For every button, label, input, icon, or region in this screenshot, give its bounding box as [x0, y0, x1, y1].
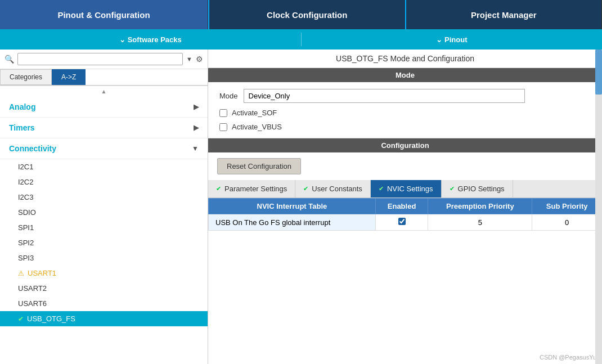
sub-navigation: ⌄ Software Packs ⌄ Pinout	[0, 29, 602, 50]
content-title: USB_OTG_FS Mode and Configuration	[336, 54, 474, 63]
tab-check-icon-1: ✔	[216, 185, 221, 192]
nvic-col-enabled: Enabled	[375, 199, 428, 214]
tab-user-constants[interactable]: ✔ User Constants	[295, 180, 371, 197]
sidebar-item-usart6[interactable]: USART6	[0, 296, 208, 311]
sidebar-search-bar: 🔍 ▼ ⚙	[0, 50, 208, 69]
nvic-col-preemption: Preemption Priority	[428, 199, 532, 214]
tab-check-icon-2: ✔	[303, 185, 308, 192]
chevron-down-icon-2: ⌄	[436, 35, 442, 44]
nav-project-manager[interactable]: Project Manager	[406, 0, 603, 29]
mode-select[interactable]: Device_Only Host_Only OTG	[244, 89, 525, 103]
top-navigation: Pinout & Configuration Clock Configurati…	[0, 0, 602, 29]
sidebar-tab-bar: Categories A->Z	[0, 69, 208, 86]
nvic-enabled-cell[interactable]	[375, 214, 428, 231]
config-section-header: Configuration	[208, 138, 602, 152]
sidebar-item-timers[interactable]: Timers ▶	[0, 118, 208, 138]
activate-vbus-row: Activate_VBUS	[219, 123, 591, 131]
mode-section: Mode Device_Only Host_Only OTG Activate_…	[208, 82, 602, 138]
connectivity-items: I2C1 I2C2 I2C3 SDIO SPI1 SPI2 SP	[0, 159, 208, 326]
tab-check-icon-4: ✔	[450, 185, 455, 192]
sidebar-item-spi2[interactable]: SPI2	[0, 235, 208, 250]
activate-vbus-checkbox[interactable]	[219, 123, 227, 131]
right-scrollbar[interactable]	[595, 50, 602, 364]
sidebar-item-spi3[interactable]: SPI3	[0, 250, 208, 266]
search-input[interactable]	[17, 53, 183, 65]
sidebar-item-connectivity[interactable]: Connectivity ▼	[0, 138, 208, 159]
sidebar-item-i2c3[interactable]: I2C3	[0, 190, 208, 205]
search-dropdown-arrow[interactable]: ▼	[186, 56, 192, 62]
sidebar-item-spi1[interactable]: SPI1	[0, 220, 208, 235]
watermark: CSDN @PegasusYu	[540, 354, 596, 361]
tab-a-to-z[interactable]: A->Z	[52, 69, 86, 85]
table-row: USB On The Go FS global interrupt 5 0	[209, 214, 602, 231]
tab-parameter-settings[interactable]: ✔ Parameter Settings	[208, 180, 295, 197]
sidebar-item-analog[interactable]: Analog ▶	[0, 97, 208, 118]
activate-sof-row: Activate_SOF	[219, 109, 591, 117]
check-icon: ✔	[18, 315, 24, 323]
nvic-col-name: NVIC Interrupt Table	[209, 199, 376, 214]
tab-gpio-settings[interactable]: ✔ GPIO Settings	[442, 180, 513, 197]
pinout-label: Pinout	[444, 35, 467, 44]
warning-icon: ⚠	[18, 269, 24, 277]
content-header: USB_OTG_FS Mode and Configuration	[208, 50, 602, 68]
main-content: USB_OTG_FS Mode and Configuration Mode M…	[208, 50, 602, 364]
nvic-preemption-cell: 5	[428, 214, 532, 231]
config-tab-bar: ✔ Parameter Settings ✔ User Constants ✔ …	[208, 180, 602, 198]
scrollbar-thumb[interactable]	[595, 50, 602, 95]
nvic-table: NVIC Interrupt Table Enabled Preemption …	[208, 198, 602, 231]
nvic-subpriority-cell: 0	[532, 214, 602, 231]
software-packs-nav[interactable]: ⌄ Software Packs	[0, 35, 301, 44]
chevron-down-icon-3: ▼	[192, 145, 199, 152]
sidebar-content: ▲ Analog ▶ Timers ▶ Connectivity ▼ I2C1	[0, 86, 208, 364]
tab-categories[interactable]: Categories	[0, 69, 52, 85]
pinout-nav[interactable]: ⌄ Pinout	[302, 35, 603, 44]
chevron-down-icon: ⌄	[119, 35, 125, 44]
mode-section-header: Mode	[208, 68, 602, 82]
tab-check-icon-3: ✔	[379, 185, 384, 192]
nav-pinout-config-label: Pinout & Configuration	[57, 10, 150, 20]
activate-vbus-label: Activate_VBUS	[232, 123, 282, 131]
activate-sof-checkbox[interactable]	[219, 109, 227, 117]
main-layout: 🔍 ▼ ⚙ Categories A->Z ▲ Analog ▶	[0, 50, 602, 364]
nav-clock-config[interactable]: Clock Configuration	[208, 0, 406, 29]
nav-project-manager-label: Project Manager	[471, 10, 537, 20]
sidebar: 🔍 ▼ ⚙ Categories A->Z ▲ Analog ▶	[0, 50, 208, 364]
nvic-interrupt-name: USB On The Go FS global interrupt	[209, 214, 376, 231]
nav-clock-config-label: Clock Configuration	[267, 10, 347, 20]
reset-config-button[interactable]: Reset Configuration	[217, 158, 301, 174]
sidebar-collapse-button[interactable]: ▲	[0, 86, 208, 97]
mode-label: Mode	[219, 92, 238, 100]
search-icon: 🔍	[5, 55, 14, 64]
sidebar-item-i2c2[interactable]: I2C2	[0, 174, 208, 190]
gear-icon[interactable]: ⚙	[196, 55, 203, 64]
mode-row: Mode Device_Only Host_Only OTG	[219, 89, 591, 103]
sidebar-item-usb-otg-fs[interactable]: ✔ USB_OTG_FS	[0, 311, 208, 326]
sidebar-item-usart1[interactable]: ⚠ USART1	[0, 266, 208, 281]
sidebar-item-i2c1[interactable]: I2C1	[0, 159, 208, 174]
chevron-right-icon-2: ▶	[194, 124, 199, 132]
tab-nvic-settings[interactable]: ✔ NVIC Settings	[371, 180, 442, 197]
nav-pinout-config[interactable]: Pinout & Configuration	[0, 0, 208, 29]
chevron-right-icon: ▶	[194, 103, 199, 111]
nvic-enabled-checkbox[interactable]	[398, 218, 406, 225]
sidebar-item-sdio[interactable]: SDIO	[0, 205, 208, 220]
nvic-col-subpriority: Sub Priority	[532, 199, 602, 214]
software-packs-label: Software Packs	[128, 35, 182, 44]
sidebar-item-usart2[interactable]: USART2	[0, 281, 208, 296]
activate-sof-label: Activate_SOF	[232, 109, 277, 117]
mode-select-wrapper: Device_Only Host_Only OTG	[244, 89, 525, 103]
config-section: Configuration Reset Configuration ✔ Para…	[208, 138, 602, 231]
collapse-icon: ▲	[101, 88, 107, 95]
